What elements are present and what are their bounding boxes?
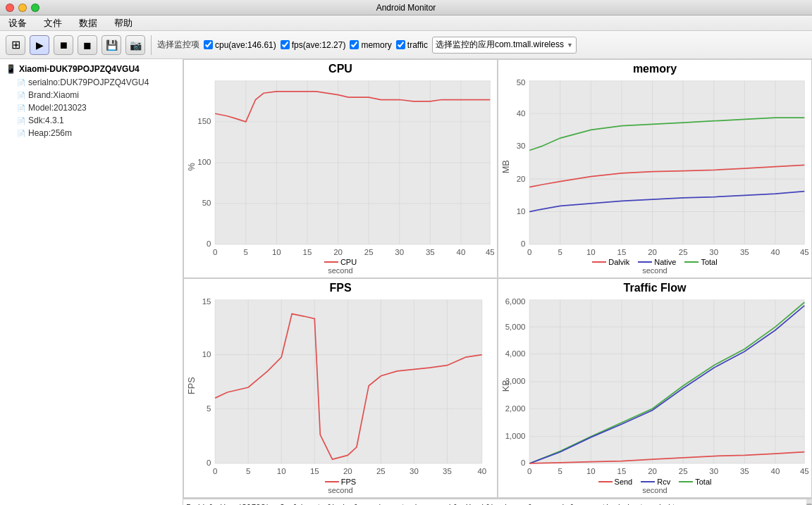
file-icon-5: 📄 (17, 130, 25, 137)
svg-text:KB: KB (502, 380, 512, 392)
dalvik-legend-label: Dalvik (608, 258, 629, 266)
svg-text:10: 10 (586, 467, 596, 475)
fps-checkbox-label[interactable]: fps(ave:12.27) (281, 40, 346, 50)
charts-area: CPU (183, 59, 812, 499)
svg-text:50: 50 (202, 199, 211, 207)
sidebar-model: 📄 Model:2013023 (0, 101, 183, 114)
svg-text:0: 0 (521, 459, 525, 468)
file-icon-4: 📄 (17, 117, 25, 125)
memory-chart-title: memory (633, 63, 677, 75)
dropdown-arrow-icon: ▼ (567, 42, 573, 49)
cpu-checkbox-label[interactable]: cpu(ave:146.61) (204, 40, 276, 50)
svg-text:20: 20 (517, 175, 526, 183)
fps-legend-line (325, 481, 339, 482)
svg-text:35: 35 (443, 467, 452, 475)
toolbar-screenshot-btn[interactable]: 📷 (125, 35, 145, 55)
svg-text:20: 20 (648, 467, 657, 475)
maximize-button[interactable] (31, 4, 39, 12)
fps-chart-svg-container: 0 5 10 15 0 5 10 15 20 25 30 35 40 (187, 296, 494, 475)
svg-text:6,000: 6,000 (505, 297, 526, 306)
svg-text:45: 45 (486, 248, 494, 256)
dalvik-legend-item: Dalvik (592, 258, 629, 266)
menu-device[interactable]: 设备 (6, 15, 30, 31)
fps-x-label: second (328, 486, 352, 494)
rcv-legend-label: Rcv (657, 478, 670, 486)
svg-text:20: 20 (648, 248, 657, 256)
toolbar-save-btn[interactable]: 💾 (102, 35, 121, 55)
toolbar-grid-btn[interactable]: ⊞ (6, 35, 25, 55)
svg-text:15: 15 (310, 467, 319, 475)
svg-text:35: 35 (426, 248, 435, 256)
menu-data[interactable]: 数据 (76, 15, 100, 31)
memory-chart-svg-container: 0 10 20 30 40 50 0 5 10 15 20 25 30 (501, 77, 808, 256)
svg-text:0: 0 (527, 467, 531, 475)
send-legend-item: Send (598, 478, 633, 486)
menu-file[interactable]: 文件 (41, 15, 65, 31)
traffic-chart-title: Traffic Flow (624, 282, 687, 294)
svg-text:40: 40 (457, 248, 466, 256)
select-monitor-label: 选择监控项 (157, 39, 199, 51)
app-dropdown[interactable]: 选择监控的应用com.tmall.wireless ▼ (432, 37, 577, 54)
window-title: Android Monitor (376, 3, 436, 13)
sidebar-sdk: 📄 Sdk:4.3.1 (0, 114, 183, 127)
toolbar-stop-btn[interactable]: ⏹ (54, 35, 73, 55)
fps-checkbox[interactable] (281, 40, 290, 49)
log-scrollbar[interactable] (806, 499, 812, 505)
close-button[interactable] (6, 4, 14, 12)
cpu-x-label: second (328, 266, 352, 275)
memory-chart-legend: Dalvik Native Total (592, 258, 717, 266)
native-legend-line (638, 261, 652, 263)
svg-text:50: 50 (517, 78, 526, 87)
toolbar-pause-btn[interactable]: ◼ (78, 35, 97, 55)
minimize-button[interactable] (18, 4, 27, 12)
total-traffic-legend-line (679, 481, 693, 482)
sidebar-device[interactable]: 📱 Xiaomi-DUK79POJPZQ4VGU4 (0, 62, 183, 76)
cpu-legend-label: CPU (340, 258, 357, 266)
toolbar-separator (151, 35, 152, 55)
svg-text:30: 30 (709, 248, 718, 256)
svg-text:10: 10 (272, 248, 281, 256)
titlebar: Android Monitor (0, 0, 812, 15)
svg-text:0: 0 (213, 467, 217, 475)
svg-text:20: 20 (333, 248, 343, 256)
svg-text:35: 35 (740, 467, 749, 475)
svg-text:5,000: 5,000 (505, 323, 526, 331)
svg-text:0: 0 (213, 248, 217, 256)
toolbar-play-btn[interactable]: ▶ (30, 35, 49, 55)
svg-text:25: 25 (376, 467, 386, 475)
svg-text:5: 5 (207, 404, 211, 413)
traffic-checkbox[interactable] (396, 40, 405, 49)
traffic-chart-legend: Send Rcv Total (598, 478, 712, 486)
svg-text:150: 150 (197, 117, 211, 125)
menu-help[interactable]: 帮助 (111, 15, 135, 31)
sidebar-brand: 📄 Brand:Xiaomi (0, 89, 183, 101)
svg-text:0: 0 (207, 459, 211, 468)
cpu-chart-title: CPU (328, 63, 352, 75)
svg-text:5: 5 (244, 248, 248, 256)
traffic-x-label: second (642, 486, 667, 494)
memory-x-label: second (642, 266, 667, 275)
cpu-legend-line (324, 261, 338, 263)
sidebar-heap: 📄 Heap:256m (0, 127, 183, 139)
svg-text:0: 0 (527, 248, 531, 256)
svg-text:10: 10 (202, 350, 211, 359)
memory-checkbox[interactable] (350, 40, 359, 49)
svg-text:25: 25 (679, 467, 688, 475)
traffic-checkbox-label[interactable]: traffic (396, 40, 428, 50)
cpu-chart-svg-container: 0 50 100 150 0 5 10 15 20 25 30 35 40 (187, 77, 494, 256)
fps-chart-svg: 0 5 10 15 0 5 10 15 20 25 30 35 40 (187, 296, 494, 475)
svg-text:45: 45 (800, 248, 808, 256)
content-area: CPU (183, 59, 812, 505)
svg-text:2,000: 2,000 (505, 404, 526, 413)
window-controls (6, 4, 39, 12)
svg-text:40: 40 (771, 248, 780, 256)
svg-text:30: 30 (709, 467, 718, 475)
svg-text:35: 35 (740, 248, 749, 256)
rcv-legend-item: Rcv (641, 478, 670, 486)
svg-text:45: 45 (800, 467, 808, 475)
svg-text:FPS: FPS (187, 378, 197, 395)
svg-text:%: % (187, 163, 197, 170)
memory-checkbox-label[interactable]: memory (350, 40, 391, 50)
cpu-checkbox[interactable] (204, 40, 213, 49)
log-line-0: E:/dalvikvm(21798): Could not find class… (186, 502, 809, 505)
